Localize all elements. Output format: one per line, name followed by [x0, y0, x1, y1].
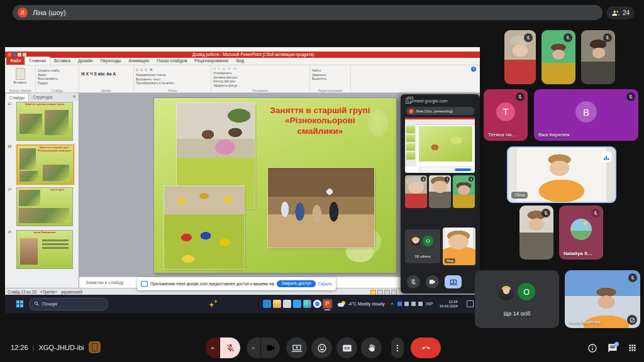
participant-tile-video[interactable]	[519, 206, 553, 260]
ribbon-tab[interactable]: Анимация	[125, 57, 153, 65]
store-app-icon[interactable]	[283, 300, 291, 308]
stop-sharing-button[interactable]: Закрыть доступ	[277, 280, 315, 287]
hide-link[interactable]: Скрыть	[318, 282, 332, 286]
current-slide[interactable]: Заняття в старшій групі «Різнокольорові …	[154, 98, 396, 273]
ribbon-tab[interactable]: Переходы	[96, 57, 125, 65]
taskbar-search[interactable]: Пошук	[29, 298, 108, 310]
chat-button[interactable]	[608, 337, 618, 358]
camera-button[interactable]	[261, 337, 280, 358]
slide-thumbnail[interactable]: 15 Ірина Любківська	[5, 229, 79, 272]
font-style-button[interactable]: S	[94, 72, 96, 77]
restore-icon[interactable]	[406, 98, 411, 104]
ribbon-tab[interactable]: Файл	[6, 57, 25, 65]
meeting-room-icon[interactable]	[89, 341, 101, 353]
captions-button[interactable]	[336, 337, 357, 358]
ribbon-tab[interactable]: Рецензирование	[191, 57, 232, 65]
taskbar-weather[interactable]: -4°C Mostly cloudy	[338, 301, 384, 307]
onedrive-icon[interactable]	[397, 302, 402, 306]
mini-participant-video[interactable]	[405, 175, 427, 208]
alignment-icons[interactable]: ≡ ≡ ≡ ≣	[136, 68, 209, 72]
meeting-details-button[interactable]	[587, 337, 597, 358]
status-language[interactable]: украинский	[61, 290, 82, 294]
tray-clock[interactable]: 12:26 19.02.2024	[440, 300, 458, 309]
quick-access-toolbar[interactable]	[8, 53, 26, 57]
start-button[interactable]	[16, 300, 24, 308]
file-explorer-icon[interactable]	[273, 300, 281, 308]
mini-participant-video[interactable]	[453, 175, 475, 208]
ribbon-tab[interactable]: Главная	[25, 57, 50, 65]
tile-effects-icon[interactable]	[627, 315, 637, 325]
save-icon[interactable]	[13, 53, 16, 57]
chrome-icon[interactable]	[313, 300, 321, 308]
others-avatar	[411, 237, 420, 246]
participant-count-badge[interactable]: 24	[606, 6, 635, 19]
ribbon-button[interactable]: Раздел	[38, 81, 77, 85]
ribbon-button[interactable]: Выделить	[312, 77, 348, 81]
font-style-button[interactable]: abc	[98, 72, 105, 77]
help-icon[interactable]: ?	[471, 67, 476, 72]
activities-button[interactable]	[628, 337, 637, 358]
participant-tile-video[interactable]	[504, 30, 536, 84]
mini-self-tile[interactable]: Ліна	[443, 228, 475, 265]
tray-time: 12:26	[448, 300, 458, 304]
ribbon-button[interactable]: Эффекты фигур	[213, 84, 308, 88]
font-style-button[interactable]: Аа	[106, 72, 111, 77]
initial-avatar: T	[496, 102, 515, 121]
mini-others-tile[interactable]: O 18 others	[405, 229, 440, 263]
notification-center-icon[interactable]	[467, 300, 474, 307]
paste-icon[interactable]	[16, 68, 25, 80]
participant-tile-tetyana[interactable]: T Тетяна Чи…	[484, 89, 528, 141]
mic-off-icon	[605, 35, 610, 40]
mini-camera-button[interactable]	[426, 275, 439, 288]
speaker-icon[interactable]	[404, 302, 409, 306]
font-style-button[interactable]: К	[86, 72, 89, 77]
participant-tile-nataliya[interactable]: Nataliya S…	[559, 206, 603, 260]
participant-tile-video[interactable]	[541, 30, 575, 84]
sparkle-icon[interactable]	[209, 300, 218, 309]
mic-button-muted[interactable]	[220, 337, 240, 358]
participant-tile-anna[interactable]: Анна Крупчук	[565, 270, 640, 328]
edge-icon[interactable]	[303, 300, 311, 308]
font-style-button[interactable]: Ж	[81, 72, 85, 77]
camera-options-button[interactable]	[247, 337, 260, 358]
pane-tab-outline[interactable]: Структура	[29, 93, 56, 101]
meet-browser-window[interactable]: meet.google.com Л Ліна (You, presenting)…	[401, 94, 480, 293]
present-button[interactable]	[286, 337, 307, 358]
shapes-palette[interactable]: □ ○ △ ☆ ⇨	[213, 67, 308, 71]
pane-tab-slides[interactable]: Слайды	[5, 93, 29, 101]
mini-participant-video[interactable]	[429, 175, 451, 208]
mic-tray-icon[interactable]	[411, 302, 416, 306]
slide-thumbnail[interactable]: 12 Заняття з дітьми старшої групи	[5, 101, 79, 143]
widgets-app-icon[interactable]	[263, 300, 271, 308]
participant-tile-lina-speaking[interactable]: Ліна	[507, 146, 616, 203]
participant-tile-vika[interactable]: В Віка Кирилюк	[534, 89, 638, 141]
mail-app-icon[interactable]	[293, 300, 301, 308]
more-options-button[interactable]	[391, 337, 404, 358]
slide-thumbnail[interactable]: 14 Ігри в групі	[5, 186, 79, 229]
end-call-button[interactable]	[411, 337, 441, 358]
participant-tile-video[interactable]	[581, 30, 615, 84]
ribbon-tab[interactable]: Дизайн	[74, 57, 97, 65]
mic-options-button[interactable]	[206, 337, 219, 358]
raise-hand-button[interactable]	[361, 337, 382, 358]
ribbon-tab[interactable]: Вставка	[50, 57, 74, 65]
pane-close-icon[interactable]: ✕	[70, 93, 79, 101]
reactions-button[interactable]	[311, 337, 332, 358]
ribbon-button[interactable]: Вставить	[7, 80, 33, 85]
powerpoint-taskbar-icon[interactable]: P	[323, 300, 331, 308]
ribbon-tab[interactable]: Вид	[232, 57, 248, 65]
mini-present-button[interactable]	[445, 275, 462, 288]
overflow-tile[interactable]: O Ще 14 осіб	[475, 270, 559, 328]
tray-chevron-icon[interactable]	[389, 301, 395, 307]
presenting-banner[interactable]: Л Ліна (шоу)	[13, 5, 602, 20]
font-style-button[interactable]: А	[113, 72, 116, 77]
mini-presentation-preview[interactable]	[405, 118, 475, 173]
font-style-button[interactable]: Ч	[90, 72, 93, 77]
undo-icon[interactable]	[18, 53, 21, 57]
ribbon-tab[interactable]: Показ слайдов	[153, 57, 191, 65]
ribbon-button[interactable]: Преобразовать в SmartArt	[136, 81, 209, 85]
slide-thumbnail-active[interactable]: 13 Заняття в старшій групі «Різнокольоро…	[5, 143, 79, 186]
input-language[interactable]: УКР	[425, 302, 433, 306]
battery-icon[interactable]	[418, 302, 423, 306]
mini-mic-button[interactable]	[407, 275, 420, 288]
